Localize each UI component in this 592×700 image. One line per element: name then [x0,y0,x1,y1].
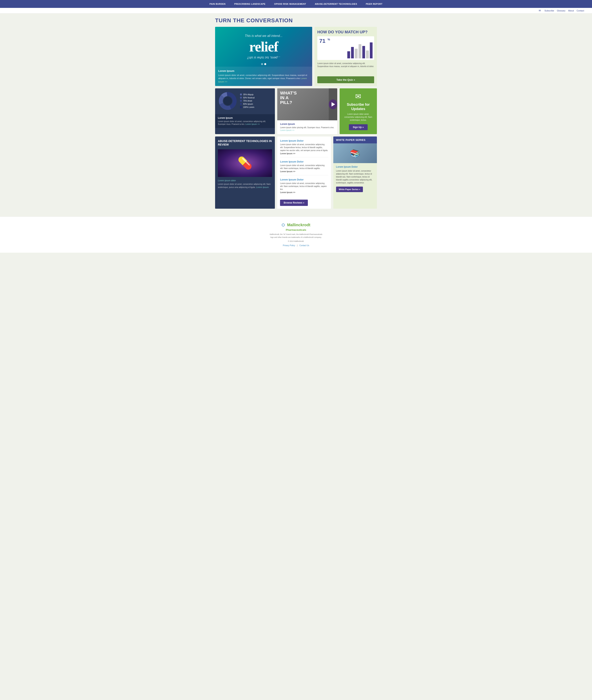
legend-label-5: 100% Lorem [243,106,254,108]
review-link-2[interactable]: Lorem Ipsum >> [280,170,295,173]
legend-item-1: 35% Aliquip [240,94,272,96]
nav-peer-report[interactable]: PEER REPORT [361,0,387,8]
subscribe-link[interactable]: Subscribe [544,9,554,12]
abuse-caption-link[interactable]: Lorem ipsum dolor [218,179,236,182]
white-paper-body: Lorem ipsum dolor sit amet, consectetur … [336,169,374,184]
chart-bars [347,41,373,58]
white-paper-image: 📚 [333,144,377,163]
mid-row: 35% Aliquip 50% Nostrud 75% Amet 83% Ips… [215,88,377,134]
nav-opioid-risk-management[interactable]: OPIOID RISK MANAGEMENT [270,0,310,8]
hero-dot-2[interactable] [264,63,266,65]
sub-navigation: ✉ Subscribe Glossary About Contact [0,8,592,13]
white-paper-box: WHITE PAPER SERIES 📚 Lorem Ipsum Dolor L… [333,137,377,209]
bar-6 [366,51,369,59]
video-link[interactable]: Lorem Ipsum >> [280,129,294,131]
footer-copyright: © 2013 Mallinckrodt. [4,240,588,242]
legend-dot-1 [240,94,242,96]
match-box: HOW DO YOU MATCH UP? 71 % Lorem ipsum do… [314,27,377,86]
donut-description: Lorem Ipsum Lorem ipsum dolor sit amet, … [215,114,275,128]
nav-abuse-deterrent[interactable]: ABUSE-DETERRENT TECHONOLGIES [310,0,361,8]
review-item-2: Lorem Ipsum Dolor Lorem ipsum dolor sit … [280,160,328,175]
brand-m-icon: ⬡ [282,223,285,227]
abuse-caption: Lorem ipsum dolor Lorem ipsum dolor sit … [215,177,275,191]
donut-box: 35% Aliquip 50% Nostrud 75% Amet 83% Ips… [215,88,275,134]
bar-3 [355,49,357,59]
abuse-title: ABUSE-DETERRENT TECHNOLOGIES IN REVIEW [218,139,272,146]
browse-reviews-button[interactable]: Browse Reviews » [280,200,308,206]
donut-body: Lorem ipsum dolor sit amet, consectetur … [218,120,272,126]
email-icon: ✉ [539,9,541,12]
review-title-3: Lorem Ipsum Dolor [280,178,328,181]
chart-area: 71 % [317,36,374,60]
signup-button[interactable]: Sign Up » [349,124,367,130]
donut-link[interactable]: Lorem Ipsum >> [245,123,260,125]
legend-label-4: 83% Ipsum [243,103,253,105]
hero-subtitle-top: This is what we all intend... [245,34,282,38]
nav-prescribing-landscape[interactable]: PRESCRIBING LANDSCAPE [230,0,270,8]
footer-divider: | [297,245,298,247]
donut-chart-area: 35% Aliquip 50% Nostrud 75% Amet 83% Ips… [215,88,275,114]
svg-point-4 [224,97,232,105]
hero-slider: This is what we all intend... relief ...… [215,27,312,86]
review-title-2: Lorem Ipsum Dolor [280,160,328,163]
footer-disclaimer: Mallinckrodt, the "M" brand mark, the Ma… [268,233,324,239]
hero-lorem-title: Lorem Ipsum [218,69,309,72]
bottom-row: ABUSE-DETERRENT TECHNOLOGIES IN REVIEW 💊… [215,137,377,209]
hero-lorem-body: Lorem ipsum dolor sit amet, consectetur … [218,73,309,84]
donut-svg [218,91,238,111]
hero-dots [261,63,266,65]
footer-logo: ⬡ Mallinckrodt Pharmaceuticals [4,223,588,232]
legend-label-1: 35% Aliquip [243,94,253,96]
abuse-image: 💊 [218,149,272,177]
bar-1 [347,51,350,58]
hero-main-word: relief [249,40,278,54]
legend-item-2: 50% Nostrud [240,97,272,99]
review-item-1: Lorem Ipsum Dolor Lorem ipsum dolor sit … [280,139,328,157]
white-paper-title: Lorem Ipsum Dolor [336,165,374,168]
abuse-caption-link2[interactable]: Lorem Ipsum [256,186,268,189]
video-body: Lorem ipsum dolor piscing elit. Susmper … [280,126,334,132]
legend-item-5: 100% Lorem [240,106,272,108]
video-thumbnail[interactable]: WHAT'S IN A PILL? [277,88,337,120]
pill-icon: 💊 [238,156,252,170]
donut-title: Lorem Ipsum [218,117,272,119]
video-title: Lorem Ipsum [280,123,334,125]
review-body-2: Lorem ipsum dolor sit amet, consectetur … [280,164,328,170]
play-button[interactable] [329,99,337,109]
review-link-1[interactable]: Lorem Ipsum >> [280,153,295,155]
legend-label-3: 75% Amet [243,100,252,102]
review-link-3[interactable]: Lorem Ipsum >> [280,191,295,194]
glossary-link[interactable]: Glossary [557,9,565,12]
video-line3: PILL? [280,100,297,105]
bar-2 [351,47,354,59]
legend-dot-2 [240,97,242,99]
privacy-policy-link[interactable]: Privacy Policy [283,245,295,247]
legend-label-2: 50% Nostrud [243,97,255,99]
hero-subtitle-bottom: ...pens, tuc tuhw si sihT [247,56,280,59]
quiz-button[interactable]: Take the Quiz » [317,76,374,83]
subscribe-box: ✉ Subscribe for Updates Lorem ipsum dolo… [340,88,377,134]
hero-content: This is what we all intend... relief ...… [215,27,312,67]
reviews-box: Lorem Ipsum Dolor Lorem ipsum dolor sit … [277,137,331,209]
legend-dot-5 [240,106,242,108]
donut-legend: 35% Aliquip 50% Nostrud 75% Amet 83% Ips… [240,94,272,109]
chart-percent: % [328,38,330,41]
match-description: Lorem ipsum dolor sit amet, consectetur … [317,62,374,74]
about-link[interactable]: About [568,9,574,12]
nav-pain-burden[interactable]: PAIN BURDEN [205,0,230,8]
chart-big-number: 71 [319,38,326,44]
contact-link[interactable]: Contact [577,9,584,12]
legend-item-4: 83% Ipsum [240,103,272,105]
video-overlay-text: WHAT'S IN A PILL? [280,91,297,105]
legend-dot-4 [240,103,242,105]
video-box: WHAT'S IN A PILL? Lorem Ipsum Lorem ipsu… [277,88,337,134]
contact-us-link[interactable]: Contact Us [299,245,309,247]
page-content: TURN THE CONVERSATION This is what we al… [211,13,381,217]
bar-4 [358,44,361,58]
white-paper-button[interactable]: White Paper Series » [336,186,363,192]
hero-description: Lorem Ipsum Lorem ipsum dolor sit amet, … [215,67,312,86]
hero-dot-1[interactable] [261,63,263,65]
top-row: This is what we all intend... relief ...… [215,27,377,86]
bar-5 [362,46,365,58]
white-paper-content: Lorem Ipsum Dolor Lorem ipsum dolor sit … [333,163,377,195]
